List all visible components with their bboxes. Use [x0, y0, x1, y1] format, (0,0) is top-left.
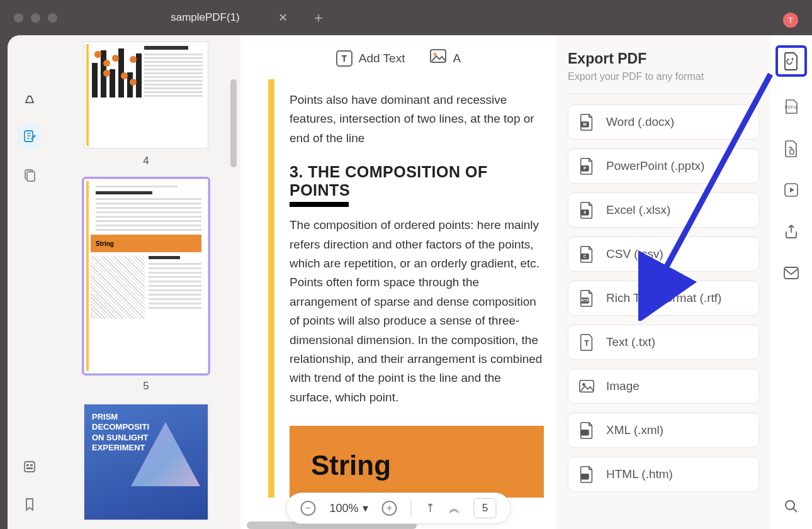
email-button[interactable]: [780, 262, 803, 284]
export-option-label: CSV (.csv): [606, 247, 663, 261]
export-option-label: Image: [606, 379, 640, 393]
edit-page-icon: [22, 129, 37, 144]
xml-file-icon: [578, 421, 595, 439]
svg-rect-4: [26, 464, 29, 466]
maximize-window-icon[interactable]: [48, 13, 57, 23]
export-option-csv[interactable]: CCSV (.csv): [568, 237, 759, 272]
form-icon: [22, 459, 37, 474]
document-view: T Add Text A Points also have dominant a…: [240, 35, 556, 529]
export-option-label: XML (.xml): [606, 423, 663, 437]
tab-title: samplePDF(1): [171, 11, 240, 24]
thumbnail-panel[interactable]: 4 String 5: [52, 35, 240, 529]
svg-text:C: C: [584, 254, 587, 259]
svg-rect-25: [790, 150, 794, 154]
share-icon: [783, 223, 799, 240]
chevron-down-icon: ▾: [363, 501, 368, 515]
compress-button[interactable]: [780, 137, 803, 160]
search-button[interactable]: [780, 495, 803, 518]
paragraph: Points also have dominant and recessive …: [290, 91, 544, 148]
search-icon: [783, 498, 799, 515]
zoom-out-button[interactable]: −: [300, 501, 315, 516]
svg-rect-23: [581, 474, 589, 479]
left-sidebar-rail: [8, 35, 52, 529]
svg-point-28: [786, 501, 794, 510]
pages-tool-button[interactable]: [18, 164, 42, 187]
svg-rect-27: [784, 267, 798, 279]
svg-text:PDF/A: PDF/A: [785, 105, 798, 109]
text-file-icon: T: [578, 333, 595, 351]
share-button[interactable]: [780, 220, 803, 243]
powerpoint-file-icon: P: [578, 157, 595, 175]
mail-icon: [783, 266, 799, 280]
svg-text:W: W: [583, 122, 587, 126]
export-option-word[interactable]: WWord (.docx): [568, 104, 759, 140]
thumbnail-item[interactable]: PRISM DECOMPOSITI ON SUNLIGHT EXPERIMENT: [52, 404, 240, 520]
close-tab-icon[interactable]: ✕: [278, 11, 288, 25]
add-image-button[interactable]: A: [430, 49, 461, 67]
export-option-rtf[interactable]: RTFRich Text Format (.rtf): [568, 281, 759, 316]
pdfa-icon: PDF/A: [782, 99, 800, 115]
svg-point-21: [582, 383, 585, 386]
window-controls: [14, 13, 57, 23]
thumbnail-item[interactable]: String 5: [52, 179, 240, 393]
add-text-label: Add Text: [359, 52, 405, 65]
svg-text:T: T: [584, 339, 589, 348]
export-option-text[interactable]: TText (.txt): [568, 325, 759, 360]
add-image-label: A: [453, 52, 461, 65]
export-option-label: HTML (.htm): [606, 467, 673, 481]
thumbnail-scrollbar[interactable]: [230, 79, 237, 167]
thumbnail-page-number: 4: [143, 155, 149, 167]
new-tab-button[interactable]: ＋: [312, 8, 325, 27]
rtf-file-icon: RTF: [578, 289, 595, 307]
add-text-button[interactable]: T Add Text: [336, 49, 405, 67]
pages-icon: [22, 168, 37, 183]
paragraph: The composition of ordered points: here …: [290, 216, 544, 407]
zoom-level-dropdown[interactable]: 100% ▾: [329, 501, 368, 515]
thumbnail-item[interactable]: 4: [52, 42, 240, 167]
svg-rect-3: [25, 462, 35, 472]
export-pdf-button[interactable]: [775, 45, 807, 77]
slideshow-button[interactable]: [780, 179, 803, 201]
export-subtitle: Export your PDF to any format: [568, 71, 759, 82]
export-option-excel[interactable]: XExcel (.xlsx): [568, 192, 759, 228]
export-option-image[interactable]: Image: [568, 369, 759, 404]
export-panel: Export PDF Export your PDF to any format…: [556, 35, 770, 529]
pdfa-button[interactable]: PDF/A: [780, 96, 803, 118]
text-icon: T: [336, 50, 352, 67]
svg-rect-5: [30, 464, 33, 466]
highlighter-icon: [22, 90, 37, 105]
document-content[interactable]: Points also have dominant and recessive …: [258, 79, 556, 498]
section-heading: 3. THE COMPOSITION OF POINTS: [290, 163, 544, 199]
first-page-button[interactable]: ⤒: [426, 501, 435, 515]
document-tab[interactable]: samplePDF(1) ✕: [114, 4, 296, 31]
export-option-label: Rich Text Format (.rtf): [606, 291, 721, 305]
svg-rect-2: [27, 172, 35, 181]
svg-rect-6: [26, 467, 33, 469]
export-option-xml[interactable]: XML (.xml): [568, 413, 759, 448]
highlighter-tool-button[interactable]: [18, 86, 42, 109]
html-file-icon: [578, 465, 595, 483]
thumbnail-page-6[interactable]: PRISM DECOMPOSITI ON SUNLIGHT EXPERIMENT: [84, 404, 208, 520]
svg-rect-22: [581, 430, 589, 435]
bookmark-tool-button[interactable]: [18, 493, 42, 516]
export-icon: [783, 52, 799, 70]
export-option-label: Excel (.xlsx): [606, 203, 670, 217]
close-window-icon[interactable]: [14, 13, 23, 23]
image-icon: [430, 49, 446, 67]
compress-icon: [784, 140, 799, 157]
export-option-powerpoint[interactable]: PPowerPoint (.pptx): [568, 148, 759, 184]
csv-file-icon: C: [578, 245, 595, 263]
bookmark-icon: [22, 497, 37, 512]
user-avatar[interactable]: T: [783, 13, 798, 28]
page-number-input[interactable]: [474, 498, 497, 518]
thumbnail-page-4[interactable]: [84, 42, 208, 148]
export-option-label: Text (.txt): [606, 335, 655, 349]
form-tool-button[interactable]: [18, 455, 42, 479]
svg-text:P: P: [584, 166, 587, 170]
prev-page-button[interactable]: ︽: [449, 501, 460, 516]
export-option-html[interactable]: HTML (.htm): [568, 457, 759, 492]
zoom-in-button[interactable]: +: [382, 501, 397, 516]
minimize-window-icon[interactable]: [31, 13, 40, 23]
edit-tool-button[interactable]: [18, 125, 42, 148]
thumbnail-page-5[interactable]: String: [84, 179, 208, 374]
